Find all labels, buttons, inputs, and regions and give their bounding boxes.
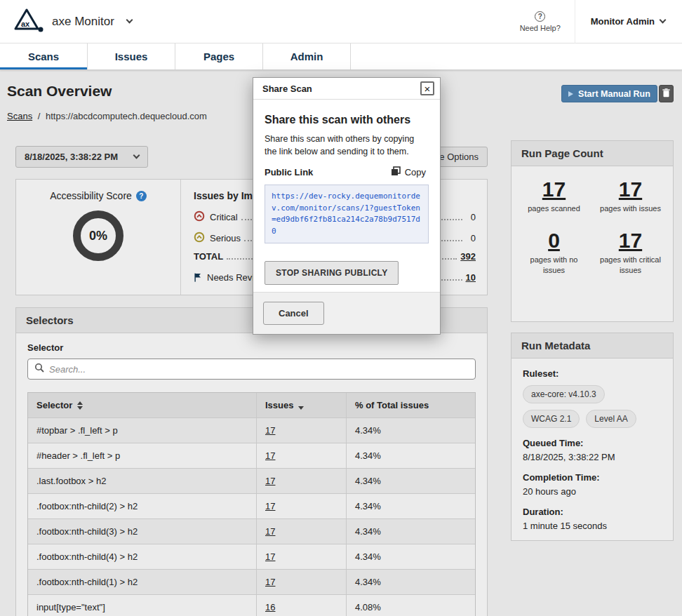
axe-logo-icon: ax — [13, 8, 45, 36]
score-value: 0% — [89, 229, 107, 243]
pages-with-issues-link[interactable]: 17 — [619, 179, 642, 200]
table-row: .last.footbox > h2 17 4.34% — [28, 469, 475, 494]
stop-sharing-button[interactable]: STOP SHARING PUBLICLY — [265, 261, 399, 285]
user-menu-label: Monitor Admin — [591, 16, 655, 27]
chevron-down-icon — [126, 17, 133, 24]
share-scan-modal: Share Scan × Share this scan with others… — [253, 77, 441, 335]
cell-pct: 4.08% — [346, 595, 475, 616]
serious-count: 0 — [466, 233, 476, 243]
col-pct[interactable]: % of Total issues — [346, 393, 475, 417]
table-row: .footbox:nth-child(3) > h2 17 4.34% — [28, 519, 475, 544]
need-help-button[interactable]: ? Need Help? — [506, 0, 575, 43]
cell-pct: 4.34% — [346, 443, 475, 468]
cell-selector: #topbar > .fl_left > p — [28, 418, 256, 443]
selector-search-box — [27, 359, 476, 380]
scan-date-label: 8/18/2025, 3:38:22 PM — [25, 152, 118, 162]
issues-count-link[interactable]: 17 — [265, 476, 275, 486]
page-title: Scan Overview — [7, 83, 112, 100]
public-link-url[interactable]: https://dev-rocky.dequemonitordev.com/mo… — [265, 185, 429, 243]
stat-pages-with-issues: 17 pages with issues — [592, 179, 669, 213]
brand[interactable]: ax axe Monitor — [13, 8, 132, 36]
col-issues[interactable]: Issues — [256, 393, 346, 417]
badge-axe-core: axe-core: v4.10.3 — [523, 385, 605, 403]
cell-selector: .footbox:nth-child(1) > h2 — [28, 570, 256, 594]
copy-link-button[interactable]: Copy — [388, 166, 429, 178]
cell-pct: 4.34% — [346, 544, 475, 569]
duration-value: 1 minute 15 seconds — [523, 521, 662, 531]
cell-pct: 4.34% — [346, 418, 475, 443]
table-row: .footbox:nth-child(1) > h2 17 4.34% — [28, 570, 475, 595]
issues-count-link[interactable]: 17 — [265, 501, 275, 511]
issues-count-link[interactable]: 16 — [265, 602, 275, 612]
user-menu-button[interactable]: Monitor Admin — [575, 0, 675, 43]
completion-time-value: 20 hours ago — [523, 486, 662, 497]
selector-filter-label: Selector — [27, 342, 476, 353]
selectors-panel: Selectors Selector Selector — [15, 307, 488, 616]
duration-label: Duration: — [523, 507, 662, 517]
flag-icon — [194, 273, 202, 284]
share-modal-title: Share Scan — [262, 83, 312, 94]
accessibility-score-label: Accessibility Score — [50, 190, 132, 201]
critical-count: 0 — [466, 212, 476, 222]
share-modal-header: Share Scan × — [253, 78, 440, 100]
badge-wcag: WCAG 2.1 — [523, 410, 580, 428]
cancel-button[interactable]: Cancel — [263, 302, 324, 325]
tab-pages[interactable]: Pages — [175, 43, 263, 69]
run-page-count-panel: Run Page Count 17 pages scanned 17 pages… — [511, 140, 674, 322]
share-heading: Share this scan with others — [265, 114, 429, 126]
badge-level: Level AA — [586, 410, 636, 428]
cell-selector: #header > .fl_left > p — [28, 443, 256, 468]
close-icon[interactable]: × — [420, 81, 434, 95]
copy-label: Copy — [405, 167, 426, 178]
tab-issues[interactable]: Issues — [88, 43, 175, 69]
run-metadata-header: Run Metadata — [512, 333, 673, 359]
serious-label: Serious — [210, 233, 241, 243]
queued-time-label: Queued Time: — [523, 438, 662, 448]
total-issues-link[interactable]: 392 — [460, 251, 476, 262]
col-selector[interactable]: Selector — [28, 393, 256, 417]
selectors-table: Selector Issues % of Total issues #top — [27, 392, 476, 616]
delete-scan-button[interactable] — [659, 85, 674, 102]
chevron-down-icon — [660, 17, 667, 24]
table-row: .footbox:nth-child(4) > h2 17 4.34% — [28, 544, 475, 570]
start-manual-run-button[interactable]: Start Manual Run — [561, 85, 657, 102]
cell-selector: .last.footbox > h2 — [28, 469, 256, 493]
pages-critical-issues-link[interactable]: 17 — [619, 230, 642, 251]
needs-review-link[interactable]: 10 — [466, 272, 476, 283]
completion-time-label: Completion Time: — [523, 472, 662, 483]
sort-icon — [77, 401, 83, 410]
scan-date-dropdown[interactable]: 8/18/2025, 3:38:22 PM — [15, 146, 148, 168]
run-page-count-header: Run Page Count — [512, 141, 673, 166]
issues-count-link[interactable]: 17 — [265, 425, 275, 436]
issues-count-link[interactable]: 17 — [265, 526, 275, 537]
app-title: axe Monitor — [52, 15, 114, 29]
total-label: TOTAL — [194, 251, 223, 262]
ruleset-badges: axe-core: v4.10.3 WCAG 2.1 Level AA — [523, 385, 662, 428]
sort-desc-icon — [298, 406, 304, 410]
cell-pct: 4.34% — [346, 519, 475, 544]
table-row: .footbox:nth-child(2) > h2 17 4.34% — [28, 494, 475, 519]
pages-scanned-link[interactable]: 17 — [542, 179, 566, 200]
stat-pages-critical-issues: 17 pages with critical issues — [592, 230, 669, 275]
pages-no-issues-link[interactable]: 0 — [548, 230, 560, 251]
help-icon: ? — [535, 11, 545, 22]
svg-text:ax: ax — [21, 20, 30, 28]
tab-scans[interactable]: Scans — [0, 43, 88, 69]
chevron-down-icon — [133, 152, 140, 159]
table-row: input[type="text"] 16 4.08% — [28, 595, 475, 616]
breadcrumb: Scans / https://abcdcomputech.dequecloud… — [7, 111, 207, 121]
share-modal-body: Share this scan with others Share this s… — [253, 100, 440, 292]
main-nav: Scans Issues Pages Admin — [0, 43, 682, 70]
issues-count-link[interactable]: 17 — [265, 577, 275, 587]
app-header: ax axe Monitor ? Need Help? Monitor Admi… — [0, 0, 682, 43]
run-metadata-panel: Run Metadata Ruleset: axe-core: v4.10.3 … — [511, 333, 674, 541]
score-help-icon[interactable]: ? — [136, 191, 147, 201]
breadcrumb-scans-link[interactable]: Scans — [7, 111, 32, 121]
selector-search-input[interactable] — [49, 364, 469, 375]
issues-count-link[interactable]: 17 — [265, 551, 275, 562]
cell-pct: 4.34% — [346, 570, 475, 594]
issues-count-link[interactable]: 17 — [265, 450, 275, 461]
tab-admin[interactable]: Admin — [263, 43, 351, 69]
table-row: #topbar > .fl_left > p 17 4.34% — [28, 418, 475, 443]
breadcrumb-separator: / — [38, 111, 41, 121]
